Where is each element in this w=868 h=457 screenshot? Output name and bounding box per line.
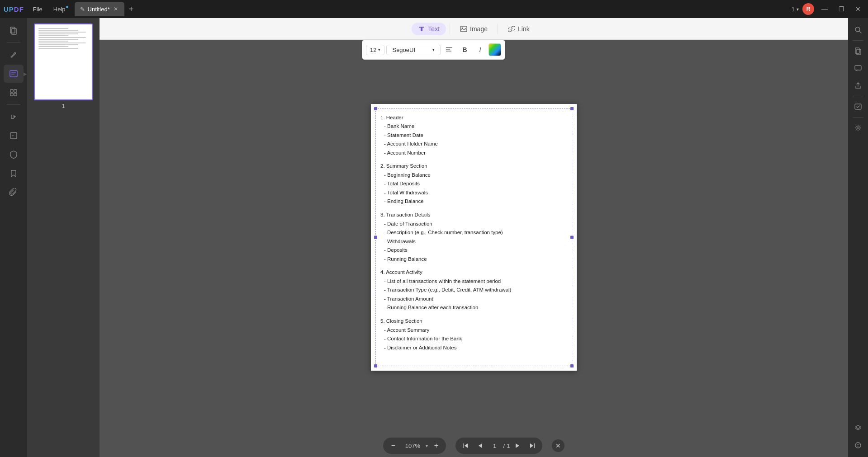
image-tool-button[interactable]: Image <box>454 23 494 35</box>
menu-file[interactable]: File <box>28 4 48 14</box>
next-section-button[interactable] <box>512 439 524 452</box>
pdf-page[interactable]: 1. Header- Bank Name- Statement Date- Ac… <box>371 104 577 371</box>
document-section: 1. Header- Bank Name- Statement Date- Ac… <box>380 113 567 158</box>
resize-handle-ml[interactable] <box>374 236 377 239</box>
sidebar-item-organize[interactable] <box>4 84 24 102</box>
svg-rect-7 <box>14 90 17 92</box>
italic-button[interactable]: I <box>473 43 487 57</box>
right-chat-button[interactable] <box>849 437 867 453</box>
new-tab-button[interactable]: + <box>125 5 138 14</box>
right-sidebar <box>848 18 868 457</box>
list-item: - Account Summary <box>380 326 567 335</box>
resize-handle-tr[interactable] <box>570 107 574 110</box>
avatar[interactable]: R <box>802 3 814 15</box>
right-pages-button[interactable] <box>849 43 867 59</box>
thumb-line <box>38 37 86 38</box>
svg-rect-3 <box>10 71 17 77</box>
thumb-line <box>38 32 86 33</box>
last-page-button[interactable] <box>526 439 539 452</box>
sidebar-item-edit[interactable]: ▶ <box>4 65 24 83</box>
document-section: 3. Transaction Details- Date of Transact… <box>380 211 567 264</box>
sidebar-item-convert[interactable] <box>4 108 24 126</box>
bold-button[interactable]: B <box>458 43 471 57</box>
logo-up: UP <box>4 5 14 13</box>
tab-close-button[interactable]: ✕ <box>113 5 119 13</box>
menu-help[interactable]: Help <box>48 4 71 14</box>
bottom-bar: − 107% ▾ + | / 1 <box>100 434 848 457</box>
sidebar-item-attachment[interactable] <box>4 184 24 202</box>
font-name-selector[interactable]: SegoeUI ▾ <box>386 45 441 55</box>
svg-rect-25 <box>855 48 859 53</box>
list-item: - Account Number <box>380 149 567 158</box>
thumbnail-panel: 1 <box>27 18 100 457</box>
thumb-line <box>38 41 68 42</box>
zoom-in-button[interactable]: + <box>430 439 442 452</box>
right-search-button[interactable] <box>849 22 867 38</box>
right-check-button[interactable] <box>849 99 867 115</box>
thumb-line <box>38 46 68 47</box>
zoom-dropdown-button[interactable]: ▾ <box>426 443 428 448</box>
tab-untitled[interactable]: ✎ Untitled* ✕ <box>75 2 124 16</box>
resize-handle-tl[interactable] <box>374 107 377 110</box>
color-picker-button[interactable] <box>489 43 501 56</box>
zoom-out-button[interactable]: − <box>387 439 399 452</box>
list-item: - Running Balance after each transaction <box>380 303 567 312</box>
sidebar-item-pages[interactable] <box>4 22 24 40</box>
close-button[interactable]: ✕ <box>852 4 864 14</box>
right-export-button[interactable] <box>849 77 867 94</box>
svg-rect-9 <box>14 93 17 96</box>
total-pages: 1 <box>507 443 510 449</box>
thumb-line <box>38 48 78 49</box>
text-tool-label: Text <box>428 25 440 33</box>
svg-rect-26 <box>857 49 861 55</box>
format-toolbar: 12 ▾ SegoeUI ▾ B I <box>362 40 505 60</box>
list-item: - Bank Name <box>380 122 567 131</box>
right-settings-button[interactable] <box>849 120 867 136</box>
toolbar-divider-2 <box>498 24 498 34</box>
sidebar-item-protect[interactable] <box>4 146 24 164</box>
image-tool-label: Image <box>470 25 488 33</box>
menu-bar: File Help <box>28 4 71 14</box>
list-format-button[interactable] <box>442 43 456 57</box>
chevron-down-icon[interactable]: ▾ <box>797 7 799 12</box>
prev-page-button[interactable] <box>474 439 486 452</box>
resize-handle-br[interactable] <box>570 364 574 367</box>
right-separator-3 <box>853 117 863 118</box>
content-area: Text Image Link 12 ▾ SegoeUI ▾ <box>100 18 848 457</box>
app-logo: UPDF <box>4 5 24 13</box>
page-separator: / <box>503 443 505 449</box>
resize-handle-bl[interactable] <box>374 364 377 367</box>
thumbnail-page-1[interactable]: 1 <box>34 24 93 109</box>
page-number-input[interactable] <box>488 443 502 449</box>
maximize-button[interactable]: ❐ <box>835 4 848 14</box>
sidebar-item-bookmark[interactable] <box>4 165 24 183</box>
text-tool-button[interactable]: Text <box>412 23 446 35</box>
svg-rect-6 <box>10 90 13 92</box>
first-page-button[interactable] <box>459 439 472 452</box>
right-layers-button[interactable] <box>849 420 867 436</box>
right-comment-button[interactable] <box>849 60 867 76</box>
font-size-selector[interactable]: 12 ▾ <box>366 45 384 55</box>
sidebar-item-ocr[interactable]: T <box>4 127 24 145</box>
list-item: - Total Deposits <box>380 179 567 188</box>
list-item: - Transaction Amount <box>380 295 567 304</box>
right-separator-1 <box>853 40 863 41</box>
bottom-separator-2: | <box>546 442 548 450</box>
document-section: 2. Summary Section- Beginning Balance- T… <box>380 162 567 206</box>
list-item: - Withdrawals <box>380 237 567 246</box>
sidebar-expand-icon: ▶ <box>24 71 27 76</box>
list-item: - Total Withdrawals <box>380 188 567 198</box>
svg-text:T: T <box>12 134 14 138</box>
close-toolbar-button[interactable]: ✕ <box>552 439 564 452</box>
link-tool-button[interactable]: Link <box>502 23 536 35</box>
tabs-area: ✎ Untitled* ✕ + <box>75 2 792 16</box>
tab-edit-icon: ✎ <box>80 6 85 13</box>
document-section: 4. Account Activity- List of all transac… <box>380 268 567 312</box>
list-item: - Description (e.g., Check number, trans… <box>380 228 567 237</box>
sidebar-item-annotate[interactable] <box>4 46 24 64</box>
minimize-button[interactable]: — <box>818 4 831 14</box>
svg-marker-19 <box>479 443 482 448</box>
resize-handle-mr[interactable] <box>570 236 574 239</box>
list-item: - Disclaimer or Additional Notes <box>380 344 567 353</box>
text-box[interactable]: 1. Header- Bank Name- Statement Date- Ac… <box>375 108 572 366</box>
